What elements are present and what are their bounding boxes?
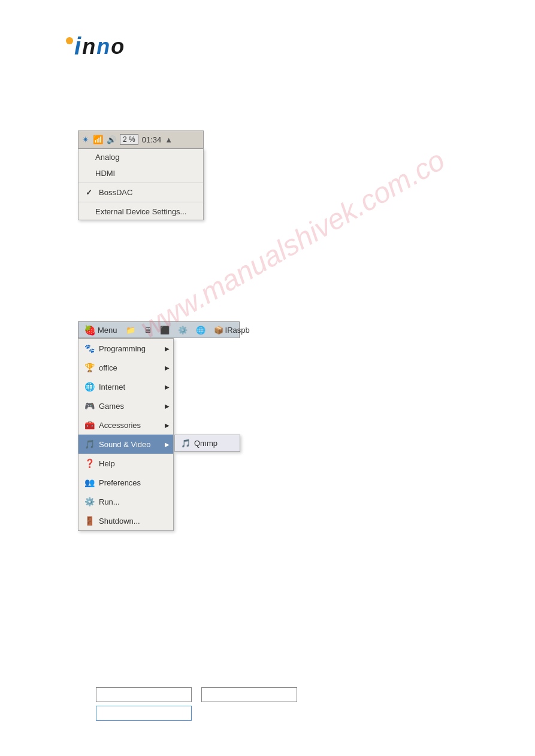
menu-item-internet[interactable]: 🌐 Internet ▶ xyxy=(78,377,173,396)
appmenu-section: 🍓 Menu 📁 🖥 ⬛ ⚙️ 🌐 📦 IRaspb 🐾 Program xyxy=(78,321,240,531)
dropdown-item-hdmi[interactable]: HDMI xyxy=(78,165,203,181)
menu-item-help[interactable]: ❓ Help xyxy=(78,454,173,473)
dropdown-divider2 xyxy=(78,202,203,202)
menu-item-sound-video[interactable]: 🎵 Sound & Video ▶ 🎵 Qmmp xyxy=(78,435,173,454)
menu-wrapper: 🐾 Programming ▶ 🏆 office ▶ 🌐 Internet ▶ … xyxy=(78,338,240,531)
eject-icon[interactable]: ▲ xyxy=(165,135,173,144)
taskbar-bar: ✴ 📶 🔊 2 % 01:34 ▲ xyxy=(78,130,204,148)
wifi-icon[interactable]: 📶 xyxy=(93,135,103,144)
menu-item-shutdown-label: Shutdown... xyxy=(99,517,140,526)
submenu-item-qmmp-label: Qmmp xyxy=(194,439,217,448)
menu-item-run-label: Run... xyxy=(99,497,120,506)
shutdown-icon: 🚪 xyxy=(83,515,95,527)
raspbian-text: IRaspb xyxy=(225,326,250,335)
input-row-2 xyxy=(96,706,297,721)
submenu-item-qmmp[interactable]: 🎵 Qmmp xyxy=(175,435,240,451)
menu-item-office[interactable]: 🏆 office ▶ xyxy=(78,358,173,377)
help-icon: ❓ xyxy=(83,457,95,469)
input-row-1 xyxy=(96,687,297,702)
folder-icon: 📁 xyxy=(126,326,135,335)
internet-icon: 🌐 xyxy=(83,381,95,393)
games-icon: 🎮 xyxy=(83,400,95,412)
arrow-icon-accessories: ▶ xyxy=(165,422,170,429)
pi-icon: 📦 xyxy=(214,326,223,335)
arrow-icon-games: ▶ xyxy=(165,403,170,409)
logo-dot xyxy=(66,37,73,44)
bluetooth-icon[interactable]: ✴ xyxy=(82,135,89,144)
display-icon: ⬛ xyxy=(160,326,170,335)
menu-item-accessories[interactable]: 🧰 Accessories ▶ xyxy=(78,415,173,435)
menu-item-games-label: Games xyxy=(99,402,124,411)
menu-item-internet-label: Internet xyxy=(99,382,125,391)
raspberry-menu-button[interactable]: 🍓 Menu xyxy=(81,323,120,337)
settings-button[interactable]: ⚙️ xyxy=(175,324,191,336)
display-button[interactable]: ⬛ xyxy=(157,324,173,336)
network-button[interactable]: 🌐 xyxy=(193,324,208,336)
raspberry-icon: 🍓 xyxy=(84,324,96,336)
terminal-button[interactable]: 🖥 xyxy=(141,324,155,336)
menu-item-preferences-label: Preferences xyxy=(99,478,141,487)
menu-item-shutdown[interactable]: 🚪 Shutdown... xyxy=(78,511,173,530)
arrow-icon: ▶ xyxy=(165,345,170,352)
office-icon: 🏆 xyxy=(83,362,95,374)
appmenu-taskbar: 🍓 Menu 📁 🖥 ⬛ ⚙️ 🌐 📦 IRaspb xyxy=(78,321,240,338)
logo-letter-n2: n xyxy=(96,34,111,59)
menu-item-preferences[interactable]: 👥 Preferences xyxy=(78,473,173,492)
taskbar-section: ✴ 📶 🔊 2 % 01:34 ▲ Analog HDMI BossDAC Ex… xyxy=(78,130,204,220)
main-menu: 🐾 Programming ▶ 🏆 office ▶ 🌐 Internet ▶ … xyxy=(78,338,174,531)
dropdown-item-analog[interactable]: Analog xyxy=(78,149,203,165)
menu-item-office-label: office xyxy=(99,363,117,372)
menu-item-sound-video-label: Sound & Video xyxy=(99,440,151,449)
network-icon: 🌐 xyxy=(196,326,205,335)
arrow-icon-office: ▶ xyxy=(165,365,170,371)
menu-item-accessories-label: Accessories xyxy=(99,421,141,430)
menu-item-programming[interactable]: 🐾 Programming ▶ xyxy=(78,339,173,358)
input-field-1[interactable] xyxy=(96,687,192,702)
tray-dropdown-menu: Analog HDMI BossDAC External Device Sett… xyxy=(78,148,204,220)
battery-indicator[interactable]: 2 % xyxy=(120,134,138,145)
terminal-icon: 🖥 xyxy=(144,326,152,335)
file-manager-button[interactable]: 📁 xyxy=(123,324,138,336)
logo-letter-i: i xyxy=(74,33,82,60)
dropdown-item-bossdac[interactable]: BossDAC xyxy=(78,184,203,201)
programming-icon: 🐾 xyxy=(83,342,95,354)
dropdown-divider xyxy=(78,183,203,183)
menu-item-help-label: Help xyxy=(99,459,115,468)
logo: i n n o xyxy=(66,33,125,60)
dropdown-item-external-settings[interactable]: External Device Settings... xyxy=(78,204,203,220)
preferences-icon: 👥 xyxy=(83,476,95,488)
gear-icon: ⚙️ xyxy=(178,326,188,335)
arrow-icon-internet: ▶ xyxy=(165,384,170,390)
volume-icon[interactable]: 🔊 xyxy=(107,135,116,144)
qmmp-icon: 🎵 xyxy=(181,439,191,448)
menu-item-games[interactable]: 🎮 Games ▶ xyxy=(78,396,173,415)
logo-letter-n1: n xyxy=(82,34,96,59)
input-field-2[interactable] xyxy=(201,687,297,702)
logo-letter-o: o xyxy=(111,34,125,59)
bottom-section xyxy=(96,687,297,721)
menu-item-programming-label: Programming xyxy=(99,344,146,353)
sound-video-icon: 🎵 xyxy=(83,438,95,450)
raspbian-label: 📦 IRaspb xyxy=(211,324,253,336)
clock-display: 01:34 xyxy=(142,135,162,144)
input-field-3[interactable] xyxy=(96,706,192,721)
sound-video-submenu: 🎵 Qmmp xyxy=(174,435,240,452)
menu-item-run[interactable]: ⚙️ Run... xyxy=(78,492,173,511)
arrow-icon-sound-video: ▶ xyxy=(165,441,170,448)
run-icon: ⚙️ xyxy=(83,496,95,508)
accessories-icon: 🧰 xyxy=(83,419,95,431)
logo-area: i n n o xyxy=(66,33,125,60)
menu-label: Menu xyxy=(98,326,117,335)
